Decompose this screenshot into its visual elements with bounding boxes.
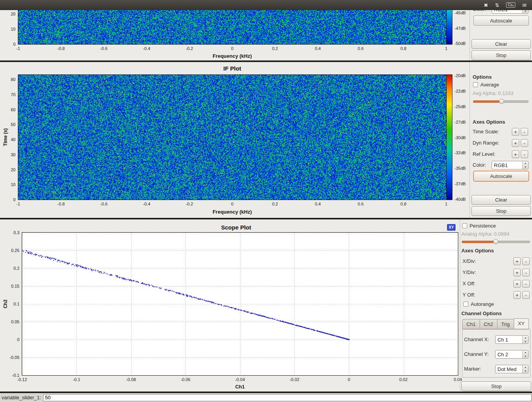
channel-x-select[interactable]: Ch 1 ▲▼ <box>495 335 529 344</box>
autorange-checkbox[interactable]: Autorange <box>463 301 494 307</box>
time-scale-minus-button[interactable]: - <box>521 128 528 136</box>
scope-plot-title: Scope Plot <box>22 224 450 231</box>
channel-y-select[interactable]: Ch 2 ▲▼ <box>495 350 529 359</box>
ydiv-plus-button[interactable]: + <box>513 269 521 276</box>
yoff-minus-button[interactable]: - <box>522 291 530 299</box>
average-checkbox[interactable]: Average <box>473 82 499 88</box>
avg-alpha-label: Avg Alpha: 0.1333 <box>473 90 513 96</box>
channel-x-label: Channel X: <box>464 336 489 342</box>
tick-label: 80 <box>11 77 16 82</box>
dyn-range-minus-button[interactable]: - <box>521 139 528 147</box>
xoff-plus-button[interactable]: + <box>513 280 521 288</box>
dyn-range-plus-button[interactable]: + <box>512 139 519 147</box>
gnuradio-window: ✖ ⇅ Cs₁ ✉ 20100 -45dB-47dB-50dB -1-0.8-0… <box>0 0 532 402</box>
rf-color-select[interactable]: RGB1 ▲▼ <box>492 10 529 14</box>
rf-color-value: RGB1 <box>492 10 522 13</box>
tick-label: -0.02 <box>289 377 299 382</box>
spinner-arrows[interactable]: ▲▼ <box>522 336 528 343</box>
spinner-down-icon[interactable]: ▼ <box>523 10 528 13</box>
variable-slider-input[interactable] <box>43 394 532 401</box>
avg-alpha-slider[interactable] <box>473 99 529 104</box>
spinner-down-icon[interactable]: ▼ <box>523 340 528 343</box>
scope-stop-button[interactable]: Stop <box>461 381 531 391</box>
rf-waterfall-colorbar <box>447 10 452 44</box>
tick-label: 0.8 <box>400 46 406 51</box>
ydiv-minus-button[interactable]: - <box>522 269 530 276</box>
tick-label: -45dB <box>454 10 466 15</box>
tick-label: 0.6 <box>358 46 364 51</box>
rf-waterfall-plot[interactable] <box>18 10 446 44</box>
ref-level-minus-button[interactable]: - <box>521 150 528 158</box>
splitter-handle[interactable] <box>0 218 532 219</box>
scope-xy-plot[interactable] <box>22 233 458 375</box>
indicator-misc-icon[interactable]: ✖ <box>484 3 488 8</box>
scope-x-axis: -0.12-0.1-0.08-0.06-0.04-0.0200.020.04 <box>22 377 458 383</box>
spinner-down-icon[interactable]: ▼ <box>523 165 528 169</box>
xdiv-minus-button[interactable]: - <box>522 257 530 265</box>
spinner-up-icon[interactable]: ▲ <box>523 336 528 340</box>
indicator-sync-icon[interactable]: ⇅ <box>495 3 499 8</box>
spinner-arrows[interactable]: ▲▼ <box>522 350 528 358</box>
tick-label: 0.2 <box>14 266 19 271</box>
spinner-up-icon[interactable]: ▲ <box>523 161 528 165</box>
tab-xy[interactable]: XY <box>514 318 529 330</box>
tab-trig[interactable]: Trig <box>497 319 514 330</box>
tick-label: 0.25 <box>11 248 19 253</box>
rf-color-label: Color: <box>473 10 486 12</box>
persistence-checkbox[interactable]: Persistence <box>462 223 496 229</box>
spinner-up-icon[interactable]: ▲ <box>523 365 528 369</box>
tab-ch1[interactable]: Ch1 <box>462 319 480 330</box>
ref-level-plus-button[interactable]: + <box>512 150 519 158</box>
ref-level-row: Ref Level: + - <box>470 150 532 159</box>
tick-label: -25dB <box>454 104 466 109</box>
if-plot-colorbar-ticks: -20dB-22dB-25dB-27dB-30dB-32dB-35dB-37dB… <box>454 76 470 199</box>
tick-label: 0.4 <box>315 46 321 51</box>
tick-label: 0.02 <box>399 377 407 382</box>
tick-label: 0 <box>13 197 16 202</box>
time-scale-plus-button[interactable]: + <box>512 128 519 136</box>
splitter-handle[interactable] <box>0 60 532 62</box>
yoff-plus-button[interactable]: + <box>513 291 521 299</box>
tick-label: 0.2 <box>272 46 278 51</box>
indicator-keyboard-icon[interactable]: Cs₁ <box>506 2 515 8</box>
rf-stop-button[interactable]: Stop <box>471 50 531 60</box>
if-plot-y-axis: 80706050403020100 <box>0 79 17 200</box>
tick-label: 10 <box>11 182 16 187</box>
channel-y-row: Channel Y: Ch 2 ▲▼ <box>463 350 531 359</box>
autorange-label: Autorange <box>471 301 494 307</box>
rf-clear-button[interactable]: Clear <box>471 39 531 49</box>
spinner-arrows[interactable]: ▲▼ <box>522 161 528 169</box>
tick-label: 30 <box>11 152 16 157</box>
color-select[interactable]: RGB1 ▲▼ <box>492 161 529 169</box>
indicator-mail-icon[interactable]: ✉ <box>522 3 527 8</box>
if-clear-button[interactable]: Clear <box>471 195 531 205</box>
spinner-arrows[interactable]: ▲▼ <box>522 10 528 13</box>
spinner-arrows[interactable]: ▲▼ <box>522 365 528 373</box>
rf-autoscale-button[interactable]: Autoscale <box>473 16 529 26</box>
if-plot-waterfall[interactable] <box>18 75 446 200</box>
tick-label: -30dB <box>454 135 466 140</box>
if-stop-button[interactable]: Stop <box>471 206 531 216</box>
if-autoscale-button[interactable]: Autoscale <box>473 171 529 181</box>
slider-fill <box>473 100 502 103</box>
rf-control-panel: Color: RGB1 ▲▼ Autoscale Clear Stop <box>470 10 532 60</box>
tick-label: -0.06 <box>181 377 191 382</box>
marker-select[interactable]: Dot Med ▲▼ <box>495 365 529 373</box>
spinner-up-icon[interactable]: ▲ <box>523 350 528 354</box>
tab-ch2[interactable]: Ch2 <box>480 319 497 330</box>
xy-legend-badge[interactable]: XY <box>447 224 456 231</box>
analog-alpha-slider[interactable] <box>462 239 530 244</box>
slider-knob[interactable] <box>493 239 498 244</box>
rf-waterfall-section: 20100 -45dB-47dB-50dB -1-0.8-0.6-0.4-0.2… <box>0 10 532 60</box>
xoff-minus-button[interactable]: - <box>522 280 530 288</box>
slider-knob[interactable] <box>499 99 504 104</box>
splitter-handle[interactable] <box>0 392 532 393</box>
xdiv-plus-button[interactable]: + <box>513 257 521 265</box>
tick-label: 0 <box>17 337 19 342</box>
analog-alpha-label: Analog Alpha: 0.0994 <box>461 231 509 237</box>
spinner-down-icon[interactable]: ▼ <box>523 354 528 358</box>
xy-tab-panel: Channel X: Ch 1 ▲▼ Channel Y: Ch 2 ▲▼ Ma… <box>462 329 530 378</box>
if-plot-title: IF Plot <box>18 65 446 72</box>
tick-label: -0.6 <box>100 46 107 51</box>
spinner-down-icon[interactable]: ▼ <box>523 369 528 373</box>
